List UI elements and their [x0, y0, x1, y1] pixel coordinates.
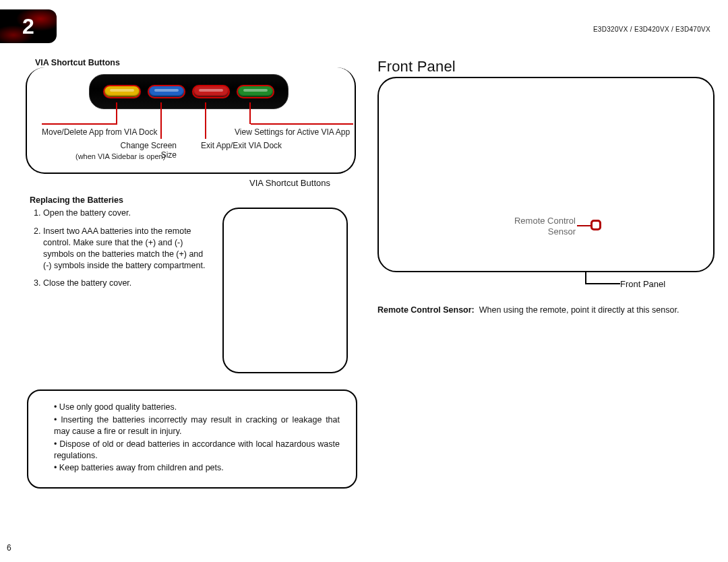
warning-item: Inserting the batteries incorrectly may … — [54, 414, 340, 437]
via-button-blue — [148, 85, 185, 98]
front-panel-title: Front Panel — [377, 58, 456, 75]
callout-line — [249, 102, 251, 124]
via-button-yellow — [103, 85, 141, 98]
callout-line — [205, 102, 206, 139]
via-button-red — [192, 85, 230, 98]
battery-steps: Open the battery cover. Insert two AAA b… — [30, 208, 212, 296]
remote-sensor-label: Remote Control Sensor — [508, 216, 576, 238]
callout-line — [42, 123, 117, 125]
callout-line — [251, 123, 353, 125]
warning-item: Dispose of old or dead batteries in acco… — [54, 439, 340, 462]
battery-step: Open the battery cover. — [43, 208, 212, 219]
bracket-line — [585, 283, 620, 284]
sensor-callout-line — [577, 225, 592, 226]
warning-item: Keep batteries away from children and pe… — [54, 462, 340, 474]
remote-sensor-description: Remote Control Sensor: When using the re… — [377, 305, 715, 317]
via-button-green — [237, 85, 274, 98]
remote-strip — [89, 74, 289, 109]
warning-item: Use only good quality batteries. — [54, 402, 340, 413]
battery-warnings: Use only good quality batteries. Inserti… — [27, 389, 357, 489]
via-caption-blue-sub: (when VIA Sidebar is open) — [75, 152, 165, 160]
chapter-number: 2 — [22, 14, 34, 39]
front-panel-caption: Front Panel — [620, 279, 665, 289]
via-figure-label: VIA Shortcut Buttons — [249, 178, 330, 188]
callout-line — [116, 102, 117, 124]
desc-text: When using the remote, point it directly… — [479, 305, 679, 315]
via-caption-green: View Settings for Active VIA App — [235, 127, 350, 137]
front-panel-figure — [377, 77, 715, 272]
battery-figure — [222, 208, 348, 373]
sensor-icon — [590, 220, 601, 230]
via-heading: VIA Shortcut Buttons — [35, 58, 120, 67]
batteries-heading: Replacing the Batteries — [30, 195, 123, 205]
via-caption-red: Exit App/Exit VIA Dock — [201, 141, 282, 150]
chapter-tab: 2 — [0, 9, 57, 43]
callout-line — [160, 102, 162, 139]
via-caption-yellow: Move/Delete App from VIA Dock — [42, 127, 157, 137]
page-number: 6 — [7, 543, 11, 553]
model-numbers: E3D320VX / E3D420VX / E3D470VX — [593, 26, 710, 33]
battery-step: Insert two AAA batteries into the remote… — [43, 226, 212, 272]
desc-label: Remote Control Sensor: — [377, 305, 475, 315]
battery-step: Close the battery cover. — [43, 278, 212, 289]
